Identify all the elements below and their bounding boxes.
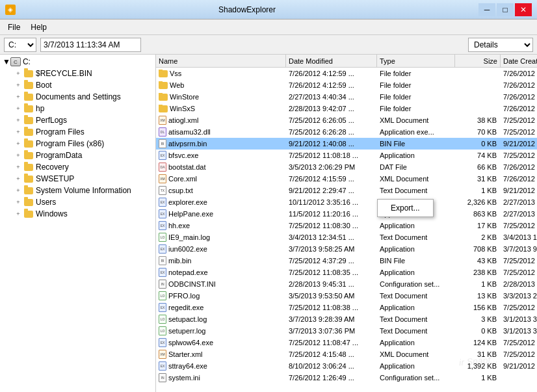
cell-name: XMStarter.xml: [156, 350, 286, 359]
table-row[interactable]: WinStore2/27/2013 4:40:34 ...File folder…: [156, 91, 537, 103]
col-header-size[interactable]: Size: [455, 55, 501, 67]
cell-created: 3/1/2013 3:1: [501, 327, 537, 335]
view-select[interactable]: Details: [468, 38, 533, 52]
tree-panel[interactable]: ▼ C C: +$RECYCLE.BIN+Boot+Documents and …: [0, 55, 156, 392]
tree-item-label: SWSETUP: [36, 174, 74, 183]
cell-name: INODBCINST.INI: [156, 280, 286, 289]
cell-created: 7/25/2012 3: [501, 350, 537, 358]
cell-type: Text Document: [377, 233, 455, 241]
tree-item[interactable]: +ProgramData: [0, 150, 155, 161]
context-menu-item[interactable]: Export...: [378, 201, 433, 215]
table-row[interactable]: EXexplorer.exe10/11/2012 3:35:16 ...Appl…: [156, 196, 537, 208]
table-row[interactable]: Web7/26/2012 4:12:59 ...File folder7/26/…: [156, 79, 537, 91]
tree-item[interactable]: +Boot: [0, 79, 155, 91]
menu-help[interactable]: Help: [25, 20, 52, 34]
txt-icon: TX: [159, 186, 166, 195]
table-row[interactable]: EXsttray64.exe8/10/2012 3:06:24 ...Appli…: [156, 360, 537, 372]
cell-date: 8/10/2012 3:06:24 ...: [286, 362, 377, 370]
table-row[interactable]: XMCore.xml7/26/2012 4:15:59 ...XML Docum…: [156, 173, 537, 185]
folder-icon: [23, 81, 34, 90]
tree-item[interactable]: +$RECYCLE.BIN: [0, 68, 155, 79]
file-name-text: splwow64.exe: [168, 339, 213, 346]
tree-item[interactable]: +System Volume Information: [0, 185, 155, 196]
cell-created: 7/26/2012 3: [501, 163, 537, 171]
tree-item[interactable]: +Documents and Settings: [0, 91, 155, 103]
table-row[interactable]: EXHelpPane.exe11/5/2012 11:20:16 ...Appl…: [156, 208, 537, 220]
maximize-button[interactable]: □: [497, 3, 514, 16]
tree-item[interactable]: +SWSETUP: [0, 173, 155, 185]
cell-date: 7/25/2012 4:15:48 ...: [286, 350, 377, 358]
tree-item[interactable]: +Users: [0, 196, 155, 208]
table-row[interactable]: XMatiogl.xml7/25/2012 6:26:05 ...XML Doc…: [156, 114, 537, 126]
cell-date: 3/7/2013 9:58:25 AM: [286, 245, 377, 253]
tree-item-label: Users: [36, 198, 56, 207]
table-row[interactable]: DAbootstat.dat3/5/2013 2:06:29 PMDAT Fil…: [156, 161, 537, 173]
col-header-date[interactable]: Date Modified: [286, 55, 377, 67]
tree-root-item[interactable]: ▼ C C:: [0, 56, 155, 68]
cell-size: 124 KB: [455, 339, 501, 346]
cell-type: XML Document: [377, 116, 455, 124]
table-row[interactable]: EXsplwow64.exe7/25/2012 11:08:47 ...Appl…: [156, 337, 537, 348]
cell-date: 3/5/2013 9:53:50 AM: [286, 292, 377, 300]
tree-item-label: PerfLogs: [36, 116, 67, 125]
cell-type: Text Document: [377, 187, 455, 194]
col-header-type[interactable]: Type: [377, 55, 455, 67]
cell-date: 7/25/2012 11:08:47 ...: [286, 339, 377, 346]
table-row[interactable]: Vss7/26/2012 4:12:59 ...File folder7/26/…: [156, 68, 537, 79]
tree-item[interactable]: +Recovery: [0, 161, 155, 173]
tree-item[interactable]: +PerfLogs: [0, 114, 155, 126]
tree-item[interactable]: +Program Files (x86): [0, 138, 155, 150]
exe-icon: EX: [159, 303, 166, 312]
cell-created: 2/27/2013 2: [501, 198, 537, 206]
col-header-name[interactable]: Name: [156, 55, 286, 67]
drive-select[interactable]: C:: [4, 38, 36, 52]
table-row[interactable]: LOPFRO.log3/5/2013 9:53:50 AMText Docume…: [156, 290, 537, 302]
cell-size: 0 KB: [455, 140, 501, 148]
tree-item[interactable]: +Windows: [0, 208, 155, 220]
table-row[interactable]: EXhh.exe7/25/2012 11:08:30 ...Applicatio…: [156, 220, 537, 231]
log-icon: LO: [159, 315, 166, 324]
table-row[interactable]: LOsetuperr.log3/7/2013 3:07:36 PMText Do…: [156, 325, 537, 337]
table-row[interactable]: XMStarter.xml7/25/2012 4:15:48 ...XML Do…: [156, 348, 537, 360]
bin-icon: BI: [159, 139, 166, 148]
cell-date: 7/25/2012 11:08:35 ...: [286, 268, 377, 276]
cell-date: 2/28/2013 9:42:07 ...: [286, 105, 377, 112]
table-row[interactable]: EXbfsvc.exe7/25/2012 11:08:18 ...Applica…: [156, 150, 537, 161]
table-row[interactable]: WinSxS2/28/2013 9:42:07 ...File folder7/…: [156, 103, 537, 114]
table-row[interactable]: LOsetupact.log3/7/2013 9:28:39 AMText Do…: [156, 313, 537, 325]
table-row[interactable]: DLatisamu32.dll7/25/2012 6:26:28 ...Appl…: [156, 126, 537, 138]
table-row[interactable]: BImib.bin7/25/2012 4:37:29 ...BIN File43…: [156, 255, 537, 267]
cell-date: 3/7/2013 9:28:39 AM: [286, 315, 377, 323]
cell-size: 3 KB: [455, 315, 501, 323]
tree-item[interactable]: +Program Files: [0, 126, 155, 138]
cell-type: XML Document: [377, 175, 455, 183]
table-row[interactable]: LOIE9_main.log3/4/2013 12:34:51 ...Text …: [156, 231, 537, 243]
cell-size: 43 KB: [455, 257, 501, 265]
table-row[interactable]: EXnotepad.exe7/25/2012 11:08:35 ...Appli…: [156, 267, 537, 278]
table-row[interactable]: INODBCINST.INI2/28/2013 9:45:31 ...Confi…: [156, 278, 537, 290]
xml-icon: XM: [159, 116, 166, 125]
minimize-button[interactable]: ─: [478, 3, 495, 16]
cell-created: 7/25/2012 9: [501, 151, 537, 159]
folder-icon: [159, 70, 168, 77]
date-input[interactable]: [40, 38, 141, 52]
cell-type: Configuration set...: [377, 374, 455, 382]
cell-size: 156 KB: [455, 304, 501, 311]
table-row[interactable]: EXregedit.exe7/25/2012 11:08:38 ...Appli…: [156, 302, 537, 313]
file-name-text: mib.bin: [168, 257, 191, 265]
exe-icon: EX: [159, 268, 166, 277]
table-row[interactable]: BIativpsrm.bin9/21/2012 1:40:08 ...BIN F…: [156, 138, 537, 150]
cell-date: 3/4/2013 12:34:51 ...: [286, 233, 377, 241]
tree-item[interactable]: +hp: [0, 103, 155, 114]
table-row[interactable]: INsystem.ini7/26/2012 1:26:49 ...Configu…: [156, 372, 537, 384]
table-row[interactable]: EXiun6002.exe3/7/2013 9:58:25 AMApplicat…: [156, 243, 537, 255]
close-button[interactable]: ✕: [515, 3, 532, 16]
cell-type: File folder: [377, 70, 455, 77]
cell-size: 17 KB: [455, 222, 501, 229]
menu-bar: File Help: [0, 20, 537, 35]
tree-items-container: +$RECYCLE.BIN+Boot+Documents and Setting…: [0, 68, 155, 220]
col-header-created[interactable]: Date Creat...: [501, 55, 537, 67]
table-row[interactable]: TXcsup.txt9/21/2012 2:29:47 ...Text Docu…: [156, 185, 537, 196]
menu-file[interactable]: File: [3, 20, 25, 34]
file-list-body[interactable]: Vss7/26/2012 4:12:59 ...File folder7/26/…: [156, 68, 537, 392]
